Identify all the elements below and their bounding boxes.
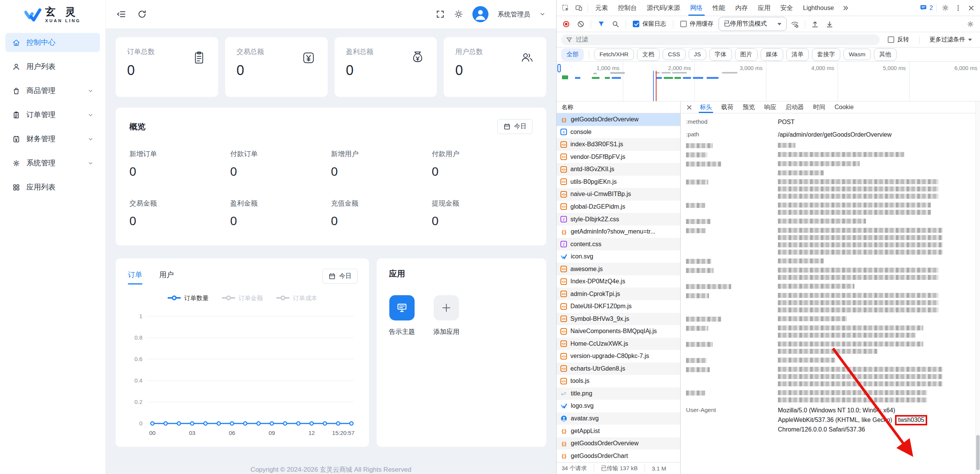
app-logo[interactable]: 玄 灵 XUAN LING [5, 0, 100, 30]
record-network-log-icon[interactable] [560, 18, 573, 31]
devtools-menu-icon[interactable] [952, 2, 965, 15]
request-row[interactable]: <>global-DzGEPidm.js [557, 201, 680, 213]
sidebar-item-system[interactable]: 系统管理 [5, 154, 100, 173]
type-chip-清单[interactable]: 清单 [786, 48, 809, 61]
request-row[interactable]: {;}getGoodsOrderOverview [557, 113, 680, 126]
type-chip-Wasm[interactable]: Wasm [843, 49, 871, 60]
trend-tab-用户[interactable]: 用户 [158, 268, 175, 284]
devtools-tab-控制台[interactable]: 控制台 [613, 0, 642, 16]
trend-date-filter-button[interactable]: 今日 [322, 269, 358, 284]
devtools-close-icon[interactable] [965, 2, 978, 15]
request-row[interactable]: <>Index-DP0MzQ4e.js [557, 275, 680, 288]
chevron-down-icon[interactable] [539, 11, 546, 17]
request-row[interactable]: logo.svg [557, 400, 680, 412]
request-row[interactable]: <>Home-CcUzwXWK.js [557, 338, 680, 350]
export-har-icon[interactable] [823, 18, 836, 31]
detail-tab-响应[interactable]: 响应 [760, 101, 781, 113]
request-row[interactable]: <>awesome.js [557, 263, 680, 275]
detail-tab-时间[interactable]: 时间 [808, 101, 830, 113]
type-chip-全部[interactable]: 全部 [561, 48, 584, 61]
legend-item[interactable]: 订单成本 [276, 294, 317, 302]
detail-tab-Cookie[interactable]: Cookie [830, 101, 858, 113]
checkbox-unchecked-icon[interactable] [888, 36, 894, 43]
invert-filter-checkbox[interactable]: 反转 [888, 36, 909, 44]
request-row[interactable]: {;}getGoodsOrderOverview [557, 437, 680, 450]
request-row[interactable]: title.png [557, 387, 680, 400]
request-row[interactable]: <>vendor-D5FfBpFV.js [557, 151, 680, 163]
clear-network-log-icon[interactable] [574, 18, 587, 31]
devtools-tab-源代码/来源[interactable]: 源代码/来源 [642, 0, 685, 16]
type-chip-CSS[interactable]: CSS [663, 49, 686, 60]
current-user-name[interactable]: 系统管理员 [498, 10, 530, 19]
type-chip-其他[interactable]: 其他 [874, 48, 897, 61]
request-row[interactable]: ≡console [557, 126, 680, 139]
devtools-tab-网络[interactable]: 网络 [685, 0, 708, 16]
request-row[interactable]: <>DateUtil-DKF1Z0pm.js [557, 300, 680, 313]
overview-date-filter-button[interactable]: 今日 [497, 119, 532, 134]
legend-item[interactable]: 订单金额 [222, 294, 263, 302]
request-row[interactable]: <>version-upgrade-C80pkc-7.js [557, 350, 680, 363]
collapse-sidebar-icon[interactable] [116, 9, 126, 19]
devtools-settings-icon[interactable] [939, 2, 952, 15]
type-chip-文档[interactable]: 文档 [637, 48, 660, 61]
preserve-log-checkbox[interactable]: 保留日志 [633, 20, 666, 28]
request-row[interactable]: <>tools.js [557, 375, 680, 387]
sidebar-item-dashboard[interactable]: 控制中心 [5, 33, 100, 52]
issues-badge[interactable]: 2 [920, 4, 933, 11]
scrollbar-track[interactable] [975, 101, 980, 474]
devtools-tab-安全[interactable]: 安全 [776, 0, 798, 16]
sidebar-item-goods[interactable]: 商品管理 [5, 81, 100, 100]
disable-cache-checkbox[interactable]: 停用缓存 [680, 20, 714, 28]
request-row[interactable]: <>Symbol-BHVw3_9x.js [557, 313, 680, 325]
request-row[interactable]: <>echarts-UtrGden8.js [557, 363, 680, 375]
throttling-dropdown[interactable]: 已停用节流模式 [719, 17, 787, 31]
app-shortcut[interactable]: 告示主题 [389, 295, 415, 336]
request-row[interactable]: <>naive-ui-CmwBITBp.js [557, 188, 680, 201]
type-chip-媒体[interactable]: 媒体 [761, 48, 783, 61]
devtools-tab-内存[interactable]: 内存 [730, 0, 753, 16]
add-app[interactable]: 添加应用 [433, 295, 459, 336]
request-row[interactable]: /content.css [557, 238, 680, 250]
request-row[interactable]: icon.svg [557, 250, 680, 263]
filter-input[interactable]: 过滤 [561, 34, 880, 45]
network-timeline-overview[interactable]: 1,000 ms2,000 ms3,000 ms4,000 ms5,000 ms… [557, 62, 980, 101]
checkbox-checked-icon[interactable] [633, 21, 639, 27]
sidebar-item-apps[interactable]: 应用列表 [5, 178, 100, 197]
timeline-handle[interactable] [557, 64, 561, 72]
more-tabs-icon[interactable] [839, 2, 852, 15]
refresh-icon[interactable] [137, 9, 147, 19]
devtools-tab-应用[interactable]: 应用 [753, 0, 776, 16]
detail-tab-预览[interactable]: 预览 [738, 101, 760, 113]
inspect-element-icon[interactable] [559, 2, 572, 15]
type-chip-JS[interactable]: JS [689, 49, 706, 60]
type-chip-图片[interactable]: 图片 [735, 48, 758, 61]
detail-tab-载荷[interactable]: 载荷 [717, 101, 738, 113]
device-toolbar-icon[interactable] [572, 2, 585, 15]
detail-tab-标头[interactable]: 标头 [695, 101, 717, 113]
filter-icon[interactable] [595, 18, 608, 31]
search-icon[interactable] [609, 18, 622, 31]
theme-toggle-icon[interactable] [454, 10, 463, 19]
sidebar-item-finance[interactable]: 财务管理 [5, 129, 100, 149]
type-chip-Fetch/XHR[interactable]: Fetch/XHR [594, 49, 634, 60]
request-row[interactable]: {;}getGoodsOrderChart [557, 449, 680, 462]
devtools-tab-性能[interactable]: 性能 [708, 0, 730, 16]
request-row[interactable]: <>antd-I8GvZKIl.js [557, 163, 680, 176]
request-row[interactable]: <>utils-B0pgiEKn.js [557, 176, 680, 188]
trend-tab-订单[interactable]: 订单 [127, 268, 143, 284]
avatar[interactable] [472, 6, 488, 22]
sidebar-item-orders[interactable]: 订单管理 [5, 105, 100, 124]
network-settings-icon[interactable] [964, 18, 977, 31]
sidebar-item-users[interactable]: 用户列表 [5, 57, 100, 76]
scrollbar-thumb[interactable] [976, 435, 980, 470]
add-app-button[interactable] [434, 295, 459, 320]
request-row[interactable]: <>index-Bd3R0FS1.js [557, 138, 680, 151]
request-name-column-header[interactable]: 名称 [557, 101, 680, 113]
devtools-tab-元素[interactable]: 元素 [590, 0, 613, 16]
fullscreen-icon[interactable] [436, 10, 445, 19]
close-detail-icon[interactable] [684, 102, 694, 113]
devtools-tab-Lighthouse[interactable]: Lighthouse [798, 0, 839, 16]
notice-theme-app-icon[interactable] [389, 295, 415, 320]
import-har-icon[interactable] [808, 18, 822, 31]
request-row[interactable]: <>NaiveComponents-BMQpqIAj.js [557, 325, 680, 338]
